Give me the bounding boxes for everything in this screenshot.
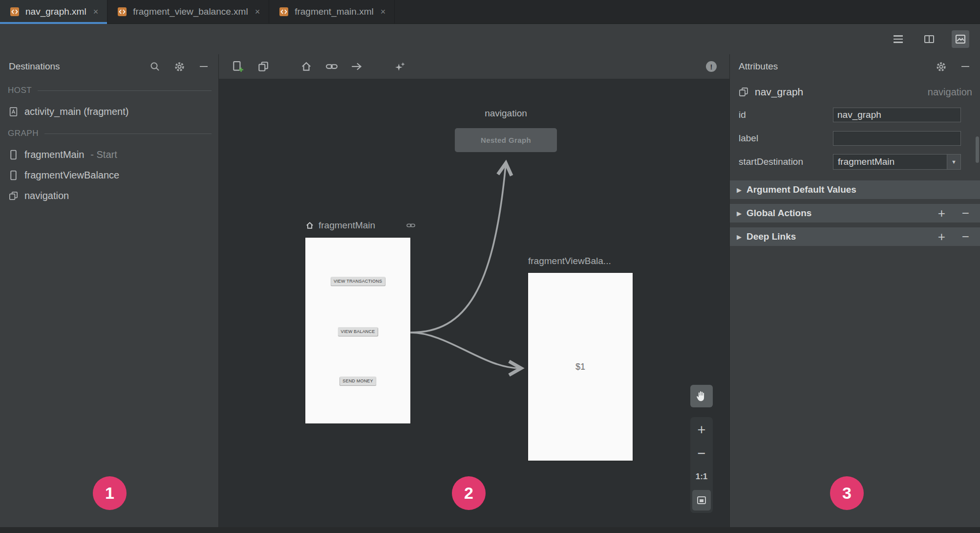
fit-screen-icon: [696, 495, 707, 506]
destination-item-fragment-view-balance[interactable]: fragmentViewBalance: [0, 165, 218, 185]
xml-file-icon: [9, 6, 21, 18]
section-argument-default-values[interactable]: ▶ Argument Default Values: [730, 180, 980, 199]
graph-section-header: GRAPH: [0, 123, 218, 144]
minimize-icon[interactable]: [959, 61, 971, 72]
action-to-nested-graph: [411, 165, 506, 333]
zoom-to-fit-button[interactable]: [692, 490, 711, 511]
gear-icon[interactable]: [935, 61, 947, 72]
home-icon[interactable]: [300, 60, 313, 73]
destination-item-navigation[interactable]: navigation: [0, 185, 218, 206]
fragment-icon: [7, 149, 19, 160]
section-actions: + −: [938, 207, 973, 220]
divider: [44, 133, 212, 134]
minus-bar: [200, 66, 208, 67]
code-view-icon[interactable]: [889, 30, 907, 48]
fragment-view-balance-title: fragmentViewBala...: [528, 256, 611, 266]
start-suffix: - Start: [90, 149, 117, 160]
nav-editor-toolbar: !: [219, 54, 729, 79]
annotation-badge-3: 3: [830, 476, 864, 510]
zoom-out-button[interactable]: −: [690, 442, 713, 465]
close-icon[interactable]: ×: [255, 7, 260, 16]
add-action-arrow-icon[interactable]: [351, 60, 363, 73]
attribute-row-id: id: [730, 103, 980, 127]
destination-item-fragment-main[interactable]: fragmentMain - Start: [0, 144, 218, 165]
section-label: Argument Default Values: [746, 184, 856, 195]
host-section-label: HOST: [8, 86, 32, 95]
component-type: navigation: [928, 87, 972, 98]
view-mode-toolbar: [0, 24, 980, 54]
zoom-in-button[interactable]: +: [690, 418, 713, 442]
preview-button: VIEW BALANCE: [338, 327, 378, 336]
label-field[interactable]: [833, 131, 961, 146]
annotation-badge-2: 2: [452, 476, 486, 510]
destination-item-activity-main[interactable]: activity_main (fragment): [0, 101, 218, 122]
section-global-actions[interactable]: ▶ Global Actions + −: [730, 204, 980, 222]
action-to-fragment-view-balance: [411, 333, 519, 368]
remove-icon[interactable]: −: [962, 207, 969, 220]
tab-label: nav_graph.xml: [25, 6, 86, 17]
split-view-icon[interactable]: [920, 30, 938, 48]
minus-bar: [961, 66, 969, 67]
fragment-icon: [7, 169, 19, 181]
nested-graph-title: navigation: [455, 108, 557, 119]
destination-label: activity_main (fragment): [24, 106, 128, 117]
design-view-icon[interactable]: [952, 30, 969, 48]
tab-label: fragment_main.xml: [295, 6, 374, 17]
destinations-panel: Destinations HOST activity_main (fragmen…: [0, 54, 219, 527]
tab-fragment-view-balance-xml[interactable]: fragment_view_balance.xml ×: [107, 0, 269, 23]
annotation-badge-1: 1: [93, 476, 127, 510]
pan-tool-button[interactable]: [690, 385, 713, 407]
chevron-down-icon[interactable]: ▼: [947, 154, 961, 170]
start-home-icon: [305, 221, 314, 230]
collapse-icon: ▶: [737, 210, 742, 217]
auto-arrange-sparkle-icon[interactable]: [394, 60, 406, 73]
fragment-main-title-row: fragmentMain: [305, 219, 416, 232]
section-deep-links[interactable]: ▶ Deep Links + −: [730, 227, 980, 246]
main-area: Destinations HOST activity_main (fragmen…: [0, 54, 980, 527]
section-label: Deep Links: [746, 231, 796, 242]
fragment-main-preview[interactable]: VIEW TRANSACTIONS VIEW BALANCE SEND MONE…: [305, 238, 410, 423]
attribute-row-label: label: [730, 127, 980, 150]
id-field[interactable]: [833, 108, 961, 122]
divider: [38, 90, 212, 91]
attr-label-start-destination: startDestination: [739, 156, 833, 167]
start-destination-dropdown[interactable]: fragmentMain ▼: [833, 154, 961, 170]
fragment-view-balance-preview[interactable]: $1: [528, 273, 633, 461]
search-icon[interactable]: [149, 61, 161, 72]
minimize-icon[interactable]: [198, 61, 210, 72]
nested-graph-node[interactable]: Nested Graph: [455, 128, 557, 152]
new-nested-graph-icon[interactable]: [257, 60, 270, 73]
preview-button: VIEW TRANSACTIONS: [331, 277, 385, 286]
component-name: nav_graph: [755, 86, 803, 98]
xml-file-icon: [278, 6, 290, 18]
add-icon[interactable]: +: [938, 230, 945, 243]
preview-text: $1: [575, 362, 585, 372]
tab-nav-graph-xml[interactable]: nav_graph.xml ×: [0, 0, 107, 23]
remove-icon[interactable]: −: [962, 230, 969, 243]
editor-tab-bar: nav_graph.xml × fragment_view_balance.xm…: [0, 0, 980, 24]
warning-icon[interactable]: !: [706, 61, 717, 72]
collapse-icon: ▶: [737, 186, 742, 194]
host-section-header: HOST: [0, 80, 218, 101]
destination-label: navigation: [24, 190, 69, 201]
deep-link-icon[interactable]: [325, 60, 338, 73]
attributes-header: Attributes: [730, 54, 980, 79]
close-icon[interactable]: ×: [93, 7, 99, 16]
activity-icon: [7, 106, 19, 117]
tab-fragment-main-xml[interactable]: fragment_main.xml ×: [269, 0, 395, 23]
attributes-panel: Attributes nav_graph navigation id label…: [729, 54, 980, 527]
section-actions: + −: [938, 230, 973, 243]
scrollbar-thumb[interactable]: [976, 136, 979, 163]
dropdown-value: fragmentMain: [833, 154, 947, 170]
xml-file-icon: [116, 6, 128, 18]
add-destination-icon[interactable]: [232, 60, 244, 73]
nav-graph-canvas[interactable]: navigation Nested Graph fragmentMain VIE…: [219, 79, 729, 527]
attribute-sections: ▶ Argument Default Values ▶ Global Actio…: [730, 180, 980, 246]
gear-icon[interactable]: [173, 61, 185, 72]
add-icon[interactable]: +: [938, 207, 945, 220]
section-label: Global Actions: [746, 208, 811, 219]
close-icon[interactable]: ×: [381, 7, 386, 16]
component-row: nav_graph navigation: [730, 81, 980, 103]
tab-label: fragment_view_balance.xml: [133, 6, 248, 17]
zoom-actual-size-button[interactable]: 1:1: [690, 465, 713, 489]
